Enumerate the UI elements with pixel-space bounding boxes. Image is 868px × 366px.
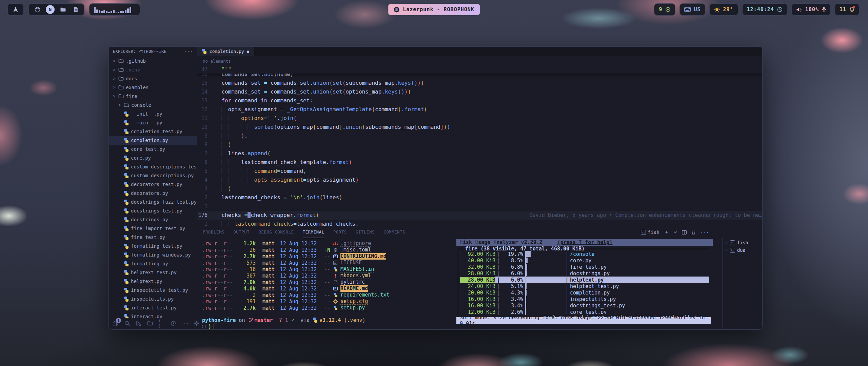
file-tree-item[interactable]: interact.py (109, 312, 197, 318)
media-player-widget[interactable]: Lazerpunk - ROBOPHONK (388, 4, 480, 15)
file-tree-item[interactable]: interact_test.py (109, 303, 197, 312)
code-line[interactable]: 11 options=' '.join( (197, 114, 762, 123)
new-terminal-button[interactable]: ＋ (664, 229, 669, 235)
panel-tab-ports[interactable]: PORTS (333, 226, 347, 238)
file-tree-item[interactable]: completion_test.py (109, 127, 197, 136)
dua-row[interactable]: 24.00 KiB|5.1%|helptext_test.py (460, 283, 709, 289)
code-line[interactable]: 1 lastcommand_checks=lastcommand_checks, (197, 220, 762, 226)
breadcrumb[interactable]: no elements (197, 57, 762, 65)
file-tree-item[interactable]: completion.py (109, 136, 197, 145)
file-name[interactable]: setup.py (340, 305, 365, 311)
explorer-menu-button[interactable]: ··· (184, 49, 193, 54)
dua-row[interactable]: 16.00 KiB|3.4%|inspectutils.py (460, 296, 709, 302)
file-tree-item[interactable]: >.github (109, 57, 197, 65)
panel-tab-output[interactable]: OUTPUT (233, 226, 250, 238)
code-line[interactable]: 6 lastcommand_check_template.format( (197, 158, 762, 167)
current-code-line[interactable]: 176 checks =check_wrapper.format(David B… (197, 211, 762, 220)
file-tree-item[interactable]: custom_descriptions_test.… (109, 162, 197, 171)
file-tree-item[interactable]: >fire (109, 92, 197, 101)
file-tree-item[interactable]: formatting_windows.py (109, 250, 197, 259)
file-tree-item[interactable]: >.venv (109, 65, 197, 74)
workspace-folder[interactable] (59, 5, 67, 14)
file-name[interactable]: .gitignore (340, 240, 371, 247)
code-line[interactable]: 8 ) (197, 140, 762, 149)
dua-row[interactable]: 20.00 KiB|4.3%|completion.py (460, 289, 709, 296)
file-name[interactable]: README.md (340, 285, 368, 292)
terminal-dropdown-chevron[interactable] (674, 231, 677, 233)
code-line[interactable]: 4 opts_assignment=opts_assignment) (197, 176, 762, 184)
panel-tab-problems[interactable]: PROBLEMS (203, 226, 224, 238)
dua-row[interactable]: 40.00 KiB|8.5%|core.py (460, 257, 709, 264)
dua-row[interactable]: 16.00 KiB|3.4%|docstrings_test.py (460, 302, 709, 309)
code-line[interactable]: 2 lastcommand_checks = '\n'.join(lines) (197, 193, 762, 202)
file-tree-item[interactable]: formatting_test.py (109, 242, 197, 250)
file-tree-item[interactable]: helptext_test.py (109, 268, 197, 277)
code-line[interactable]: 15 commands_set = commands_set.union(set… (197, 79, 762, 87)
file-name[interactable]: .mise.toml (340, 247, 371, 253)
audio-widget[interactable]: 100% (791, 3, 831, 16)
file-tree-item[interactable]: __init__.py (109, 109, 197, 118)
dua-row-selected[interactable]: 28.00 KiB|6.0%|helptext.py (460, 277, 709, 283)
file-tree-item[interactable]: __main__.py (109, 118, 197, 127)
code-editor[interactable]: no elements 47 """ 16 commands_set.add(n… (197, 57, 762, 226)
terminal-fish[interactable]: .rw-r--r--1.2kmatt12 Aug 12:32--git.giti… (197, 238, 455, 329)
file-tree-item[interactable]: core.py (109, 154, 197, 162)
file-tree-item[interactable]: fire_import_test.py (109, 224, 197, 233)
file-name[interactable]: MANIFEST.in (340, 266, 374, 272)
run-debug-icon[interactable] (135, 320, 142, 327)
active-shell-indicator[interactable]: >_ fish (641, 230, 660, 235)
terminal-session-fish[interactable]: ┌>_fish (725, 239, 762, 246)
code-line[interactable]: 10 sorted(options_map[command].union(sub… (197, 123, 762, 131)
code-line[interactable]: 13 for command in commands_set: (197, 96, 762, 105)
file-tree-item[interactable]: docstrings.py (109, 215, 197, 224)
file-name[interactable]: setup.cfg (340, 298, 368, 305)
file-tree-item[interactable]: core_test.py (109, 145, 197, 154)
file-tree-item[interactable]: formatting.py (109, 259, 197, 268)
notifications-widget[interactable]: 11 (835, 3, 859, 16)
split-terminal-button[interactable] (682, 230, 687, 235)
code-line[interactable]: 1 (197, 202, 762, 211)
file-tree-item[interactable]: docstrings_test.py (109, 206, 197, 215)
workspace-file[interactable] (72, 5, 80, 14)
terminal-session-dua[interactable]: └>_dua (725, 246, 762, 254)
file-name[interactable]: CONTRIBUTING.md (340, 253, 386, 260)
explorer-files-icon[interactable]: 1 (112, 320, 119, 327)
source-control-folder-icon[interactable] (147, 320, 153, 327)
code-line[interactable]: 12 opts_assignment = _GetOptsAssignmentT… (197, 105, 762, 114)
dua-row[interactable]: 28.00 KiB|6.0%|docstrings.py (460, 270, 709, 277)
kill-terminal-button[interactable] (691, 230, 696, 235)
panel-tab-debug-console[interactable]: DEBUG CONSOLE (258, 226, 294, 238)
clock-widget[interactable]: 12:40:24 (742, 3, 787, 16)
brackets-icon[interactable]: ( ) (158, 320, 165, 327)
tab-completion-py[interactable]: completion.py ● (197, 47, 254, 56)
file-tree-item[interactable]: >docs (109, 74, 197, 83)
timeline-clock-icon[interactable] (170, 320, 176, 327)
panel-tab-comments[interactable]: COMMENTS (383, 226, 405, 238)
dua-row[interactable]: 92.00 KiB|19.7%|/console (460, 251, 709, 257)
updates-widget[interactable]: 9 (654, 3, 675, 16)
panel-more-button[interactable]: ··· (701, 230, 709, 235)
search-icon[interactable] (124, 320, 130, 327)
file-name[interactable]: pylintrc (340, 279, 365, 285)
file-tree-item[interactable]: custom_descriptions.py (109, 171, 197, 180)
keyboard-layout-widget[interactable]: US (679, 3, 705, 16)
weather-widget[interactable]: 29° (709, 3, 738, 16)
file-name[interactable]: requirements.txt (340, 292, 390, 298)
code-line[interactable]: 16 commands_set.add(name) (197, 74, 762, 79)
terminal-dua[interactable]: Disk Usage Analyzer v2.29.2 (press ? for… (456, 238, 713, 329)
workspace-n-active[interactable]: N (46, 5, 55, 14)
code-line[interactable]: 5 command=command, (197, 167, 762, 176)
file-tree-item[interactable]: >console (109, 101, 197, 109)
shell-input-line[interactable]: ) (202, 323, 455, 330)
file-name[interactable]: mkdocs.yml (340, 272, 371, 279)
file-tree-item[interactable]: decorators.py (109, 189, 197, 198)
file-tree-item[interactable]: inspectutils.py (109, 294, 197, 303)
file-name[interactable]: LICENSE (340, 260, 362, 266)
file-tree-item[interactable]: docstrings_fuzz_test.py (109, 198, 197, 206)
file-tree-item[interactable]: decorators_test.py (109, 180, 197, 189)
file-tree-item[interactable]: helptext.py (109, 277, 197, 286)
system-graph-widget[interactable] (89, 3, 140, 16)
file-tree-item[interactable]: inspectutils_test.py (109, 286, 197, 294)
panel-tab-terminal[interactable]: TERMINAL (303, 226, 324, 238)
code-line[interactable]: 9 ), (197, 131, 762, 140)
